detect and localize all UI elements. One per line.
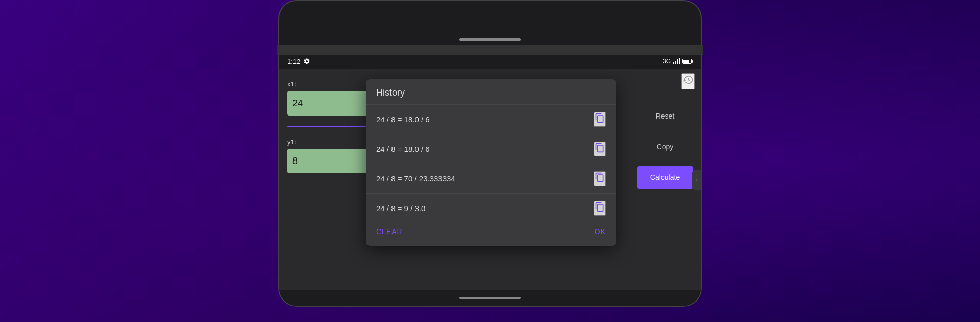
- phone-top: [278, 0, 702, 46]
- history-title: History: [366, 87, 616, 104]
- reset-button[interactable]: Reset: [640, 105, 691, 127]
- y1-input[interactable]: 8: [287, 149, 373, 173]
- x1-label: x1:: [287, 79, 373, 89]
- status-left: 1:12: [287, 58, 310, 65]
- history-actions: CLEAR OK: [366, 223, 616, 238]
- x1-input[interactable]: 24: [287, 91, 373, 116]
- signal-icon: [673, 58, 680, 64]
- history-item-2: 24 / 8 = 18.0 / 6: [366, 134, 616, 164]
- history-panel: History 24 / 8 = 18.0 / 6 24 / 8 = 18.0 …: [366, 79, 616, 246]
- history-item-4: 24 / 8 = 9 / 3.0: [366, 193, 616, 223]
- history-item-1: 24 / 8 = 18.0 / 6: [366, 104, 616, 134]
- status-bar: 1:12 3G: [279, 54, 701, 69]
- copy-history-4-button[interactable]: [594, 201, 606, 216]
- history-equation-3: 24 / 8 = 70 / 23.333334: [376, 174, 455, 183]
- expand-icon[interactable]: ›: [692, 170, 701, 190]
- history-icon-button[interactable]: [681, 73, 695, 89]
- phone-top-indicator: [459, 38, 521, 41]
- status-right: 3G: [663, 58, 693, 65]
- history-equation-4: 24 / 8 = 9 / 3.0: [376, 204, 425, 213]
- app-content: x1: 24 y1: 8 History 24 / 8 = 18.0 / 6: [279, 69, 701, 290]
- history-item-3: 24 / 8 = 70 / 23.333334: [366, 164, 616, 193]
- right-panel: Reset Copy Calculate ›: [629, 69, 701, 290]
- gear-icon: [303, 58, 310, 65]
- ok-button[interactable]: OK: [595, 227, 606, 236]
- copy-history-2-button[interactable]: [594, 142, 606, 156]
- phone-main: 1:12 3G x1: 24: [278, 54, 702, 307]
- copy-history-1-button[interactable]: [594, 112, 606, 127]
- calculate-button[interactable]: Calculate: [637, 166, 693, 189]
- history-equation-2: 24 / 8 = 18.0 / 6: [376, 145, 430, 153]
- time-display: 1:12: [287, 58, 300, 65]
- phone-bottom-bar: [279, 290, 701, 306]
- y1-group: y1: 8: [287, 137, 373, 173]
- copy-button[interactable]: Copy: [640, 135, 691, 158]
- copy-history-3-button[interactable]: [594, 171, 606, 186]
- bottom-indicator: [459, 297, 521, 299]
- x1-group: x1: 24: [287, 79, 373, 116]
- divider: [287, 126, 373, 127]
- battery-icon: [682, 59, 693, 64]
- phone-connector: [277, 45, 703, 55]
- clear-button[interactable]: CLEAR: [376, 227, 403, 236]
- y1-label: y1:: [287, 137, 373, 147]
- network-display: 3G: [663, 58, 671, 65]
- history-equation-1: 24 / 8 = 18.0 / 6: [376, 115, 430, 124]
